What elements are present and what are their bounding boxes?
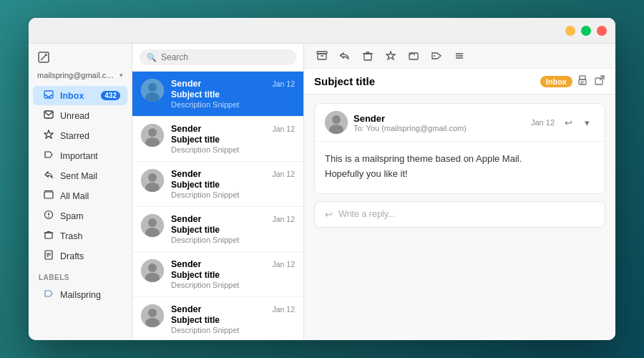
email-list-item[interactable]: Sender Jan 12 Subject title Description … xyxy=(132,117,303,162)
sidebar-item-label: Inbox xyxy=(60,91,84,101)
mailspring-icon xyxy=(43,289,54,301)
email-date: Jan 12 xyxy=(272,215,295,223)
sidebar-item-starred[interactable]: Starred xyxy=(33,126,127,145)
email-list-item[interactable]: Sender Jan 12 Subject title Description … xyxy=(132,72,303,117)
minimize-button[interactable]: − xyxy=(565,26,575,36)
maximize-button[interactable]: □ xyxy=(581,26,591,36)
sidebar-item-label: All Mail xyxy=(60,191,89,201)
card-sender-name: Sender xyxy=(353,113,525,124)
email-subject: Subject title xyxy=(171,315,295,325)
search-input-wrap[interactable]: 🔍 xyxy=(140,49,296,65)
email-avatar xyxy=(141,124,164,147)
search-bar: 🔍 xyxy=(132,44,303,72)
sidebar-item-spam[interactable]: Spam xyxy=(33,206,127,226)
email-list-item[interactable]: Sender Jan 12 Subject title Description … xyxy=(132,162,303,207)
sidebar-item-label: Sent Mail xyxy=(60,171,97,181)
sidebar-item-label: Mailspring xyxy=(60,290,101,300)
sidebar-item-label: Important xyxy=(60,151,98,161)
email-item-content: Sender Jan 12 Subject title Description … xyxy=(171,79,295,109)
email-subject: Subject title xyxy=(171,135,295,145)
sidebar-item-inbox[interactable]: Inbox 432 xyxy=(33,86,127,105)
search-input[interactable] xyxy=(161,52,289,62)
sidebar-item-important[interactable]: Important xyxy=(33,146,127,165)
svg-line-1 xyxy=(41,54,47,60)
nav-badge-inbox: 432 xyxy=(101,91,120,100)
sidebar-item-mailspring[interactable]: Mailspring xyxy=(33,285,127,304)
email-body-line1: This is a mailspring theme based on Appl… xyxy=(325,153,522,164)
email-snippet: Description Snippet xyxy=(171,100,295,109)
label-icon[interactable] xyxy=(429,48,444,64)
menu-icon[interactable] xyxy=(452,48,467,64)
email-sender: Sender xyxy=(171,169,201,179)
svg-marker-47 xyxy=(386,52,395,59)
reply-placeholder: Write a reply... xyxy=(338,209,395,219)
sidebar-item-label: Drafts xyxy=(60,251,84,261)
popout-icon[interactable] xyxy=(594,74,605,88)
email-view-panel: Subject title Inbox xyxy=(304,44,615,340)
email-subject: Subject title xyxy=(171,180,295,190)
close-button[interactable]: × xyxy=(597,26,607,36)
email-list-item[interactable]: Sender Jan 12 Subject title Description … xyxy=(132,252,303,297)
move-icon[interactable] xyxy=(406,48,421,64)
star-icon[interactable] xyxy=(383,48,399,64)
email-card-body: This is a mailspring theme based on Appl… xyxy=(315,142,605,193)
email-subject-title: Subject title xyxy=(314,75,536,87)
sidebar-header xyxy=(29,44,132,69)
card-to: To: You (mailspring@gmail.com) xyxy=(353,124,525,132)
email-avatar xyxy=(141,259,164,282)
compose-icon[interactable] xyxy=(37,51,50,64)
sidebar-item-sent[interactable]: Sent Mail xyxy=(33,166,127,185)
more-button[interactable]: ▾ xyxy=(579,115,595,130)
email-body-line2: Hopefully you like it! xyxy=(325,168,408,179)
email-body-area: Sender To: You (mailspring@gmail.com) Ja… xyxy=(304,95,615,340)
starred-icon xyxy=(43,130,54,142)
email-top-row: Sender Jan 12 xyxy=(171,124,295,134)
sidebar-item-label: Spam xyxy=(60,211,84,221)
sidebar-item-unread[interactable]: Unread xyxy=(33,106,127,125)
reply-button[interactable]: ↩ xyxy=(560,115,576,130)
email-list-panel: 🔍 Sender Jan 12 Subject title Descriptio… xyxy=(132,44,304,340)
sidebar-item-drafts[interactable]: Drafts xyxy=(33,246,127,266)
email-list-item[interactable]: Sender Jan 12 Subject title Description … xyxy=(132,207,303,252)
email-top-row: Sender Jan 12 xyxy=(171,304,295,314)
email-item-content: Sender Jan 12 Subject title Description … xyxy=(171,214,295,244)
email-sender: Sender xyxy=(171,304,201,314)
email-sender: Sender xyxy=(171,259,201,269)
trash-icon[interactable] xyxy=(360,48,376,64)
sidebar-item-trash[interactable]: Trash xyxy=(33,226,127,246)
email-snippet: Description Snippet xyxy=(171,281,295,289)
svg-point-31 xyxy=(148,218,157,227)
reply-all-icon[interactable] xyxy=(337,48,353,64)
email-date: Jan 12 xyxy=(272,79,295,88)
allmail-icon xyxy=(43,190,54,202)
email-subject: Subject title xyxy=(171,90,295,100)
email-top-row: Sender Jan 12 xyxy=(171,79,295,89)
email-avatar xyxy=(141,304,164,327)
spam-icon xyxy=(43,210,54,222)
svg-point-49 xyxy=(434,55,435,57)
account-row[interactable]: mailspring@gmail.com ▾ xyxy=(29,69,132,85)
sidebar-item-allmail[interactable]: All Mail xyxy=(33,186,127,205)
reply-box[interactable]: ↩ Write a reply... xyxy=(314,201,605,228)
app-window: − □ × mailspring@gmail.com ▾ xyxy=(29,18,615,340)
email-date: Jan 12 xyxy=(272,260,295,268)
sidebar-item-label: Trash xyxy=(60,231,83,241)
svg-point-25 xyxy=(148,128,157,137)
archive-icon[interactable] xyxy=(314,48,330,64)
svg-point-60 xyxy=(332,115,341,124)
email-card-header: Sender To: You (mailspring@gmail.com) Ja… xyxy=(315,104,605,142)
main-area: mailspring@gmail.com ▾ Inbox 432 Unread … xyxy=(29,44,615,340)
important-icon xyxy=(43,150,54,162)
chevron-down-icon: ▾ xyxy=(119,72,123,79)
svg-point-34 xyxy=(148,263,157,272)
email-snippet: Description Snippet xyxy=(171,326,295,334)
email-sender: Sender xyxy=(171,79,201,89)
email-top-row: Sender Jan 12 xyxy=(171,259,295,269)
email-items-list: Sender Jan 12 Subject title Description … xyxy=(132,72,303,340)
svg-rect-40 xyxy=(318,54,326,59)
search-icon: 🔍 xyxy=(147,53,157,62)
print-icon[interactable] xyxy=(577,74,588,88)
email-list-item[interactable]: Sender Jan 12 Subject title Description … xyxy=(132,297,303,340)
svg-rect-54 xyxy=(580,76,585,79)
sidebar-item-label: Unread xyxy=(60,111,89,121)
